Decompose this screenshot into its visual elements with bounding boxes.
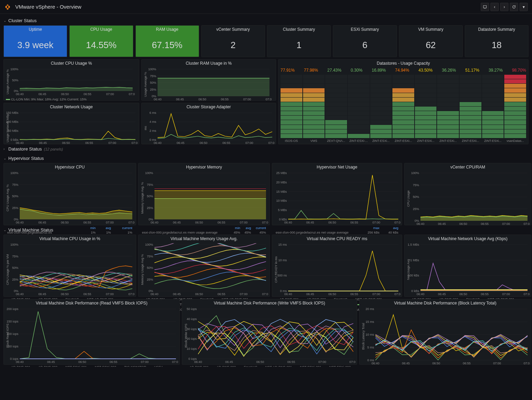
svg-text:06:50: 06:50: [195, 221, 203, 224]
svg-text:07:00: 07:00: [106, 221, 114, 224]
nav-next-icon[interactable]: ›: [500, 3, 508, 11]
svg-text:10 MBs: 10 MBs: [276, 199, 287, 202]
svg-text:40 iops: 40 iops: [187, 317, 197, 321]
stat-panel[interactable]: Uptime3.9 week: [3, 25, 67, 57]
panel-vm-ready[interactable]: Virtual Machine CPU READY ms 0 ms500 ns1…: [272, 235, 402, 297]
panel-disk-write[interactable]: Virtual Machine Disk Performance (Write …: [182, 299, 357, 365]
stat-panel[interactable]: Datastore Summary18: [465, 25, 529, 57]
svg-text:07:05: 07:05: [394, 221, 400, 224]
svg-text:06:50: 06:50: [328, 292, 336, 296]
svg-text:07:00: 07:00: [240, 221, 248, 224]
stat-value: 62: [426, 40, 436, 51]
header: VMware vSphere - Overview ‹ › ▾: [0, 0, 532, 14]
svg-text:4 ms: 4 ms: [149, 120, 156, 124]
svg-text:07:05: 07:05: [128, 292, 134, 296]
svg-text:06:45: 06:45: [438, 292, 446, 296]
svg-text:Usage Average %: Usage Average %: [6, 70, 9, 94]
panel-vm-cpu[interactable]: Virtual Machine CPU Usage in % 0%25%50%7…: [3, 235, 136, 297]
panel-vc-cpuram[interactable]: vCenter CPU/RAM 0%25%50%75%100%06:4006:4…: [404, 163, 531, 225]
panel-cluster-cpu[interactable]: Cluster CPU Usage % 0%50%100%06:4006:450…: [3, 59, 139, 101]
refresh-icon[interactable]: [510, 3, 518, 11]
stat-value: 14.55%: [86, 40, 116, 51]
svg-text:1 MBs: 1 MBs: [410, 258, 419, 262]
svg-text:07:00: 07:00: [493, 362, 501, 365]
cycle-view-icon[interactable]: [481, 3, 489, 11]
row-title: Hypervisor Status: [8, 156, 44, 161]
svg-text:200 iops: 200 iops: [7, 308, 19, 311]
svg-text:06:45: 06:45: [38, 221, 46, 224]
svg-text:CPU Usage % per VM: CPU Usage % per VM: [6, 254, 9, 285]
stat-panel[interactable]: RAM Usage67.15%: [135, 25, 199, 57]
svg-text:100%: 100%: [10, 68, 18, 71]
svg-text:25 MBs: 25 MBs: [276, 172, 287, 175]
refresh-dropdown-icon[interactable]: ▾: [520, 3, 528, 11]
svg-text:07:05: 07:05: [524, 362, 530, 365]
stat-panel[interactable]: CPU Usage14.55%: [69, 25, 133, 57]
svg-text:06:40: 06:40: [417, 292, 425, 296]
svg-text:06:40: 06:40: [154, 141, 162, 145]
svg-text:06:40: 06:40: [194, 360, 202, 364]
panel-disk-lat[interactable]: Virtual Machine Disk Performance (Block …: [359, 299, 531, 365]
svg-rect-0: [484, 6, 487, 8]
svg-text:06:40: 06:40: [284, 292, 292, 296]
panel-vm-mem[interactable]: Virtual Machine Memory Usage Avg. 0%25%5…: [138, 235, 270, 297]
stat-panel[interactable]: vCenter Summary2: [201, 25, 265, 57]
svg-text:06:50: 06:50: [200, 141, 207, 145]
svg-text:20 MBs: 20 MBs: [276, 181, 287, 184]
svg-text:07:00: 07:00: [141, 360, 149, 364]
svg-text:50%: 50%: [150, 81, 156, 84]
svg-text:100%: 100%: [145, 172, 153, 175]
svg-text:CPU Usage Avg. %: CPU Usage Avg. %: [6, 184, 9, 211]
panel-vm-net[interactable]: Virtual Machine Network Usage Avg (Kbps)…: [404, 235, 531, 297]
svg-text:07:00: 07:00: [106, 92, 114, 96]
row-datastore-status[interactable]: › Datastore Status (12 panels): [2, 144, 530, 154]
panel-hyp-cpu[interactable]: Hypervisor CPU 0%25%50%75%100%06:4006:45…: [3, 163, 136, 225]
panel-cluster-ram[interactable]: Cluster RAM Usage in % 0%25%50%75%100%06…: [141, 59, 276, 101]
svg-text:06:55: 06:55: [221, 98, 229, 101]
nav-prev-icon[interactable]: ‹: [490, 3, 499, 11]
svg-text:15 ms: 15 ms: [278, 243, 287, 246]
svg-text:25%: 25%: [150, 88, 156, 91]
panel-hyp-mem[interactable]: Hypervisor Memory 0%25%50%75%100%06:4006…: [138, 163, 270, 225]
svg-text:CPU READY in ms: CPU READY in ms: [274, 256, 278, 283]
row-hypervisor-status[interactable]: ⌄ Hypervisor Status: [2, 154, 530, 163]
svg-text:06:55: 06:55: [351, 292, 358, 296]
svg-text:06:45: 06:45: [39, 141, 47, 145]
stat-panel[interactable]: Cluster Summary1: [267, 25, 331, 57]
panel-cluster-storage[interactable]: Cluster Storage Adapter 0 ms2 ms4 ms6 ms…: [141, 103, 276, 144]
svg-text:06:40: 06:40: [16, 292, 24, 296]
stat-panel[interactable]: ESXi Summary6: [333, 25, 397, 57]
svg-text:100%: 100%: [10, 172, 18, 175]
svg-text:06:50: 06:50: [61, 92, 69, 96]
panel-cluster-net[interactable]: Cluster Network Usage 0 kBs50 MBs100 MBs…: [3, 103, 139, 144]
svg-text:06:45: 06:45: [177, 141, 185, 145]
panel-datastores-cap[interactable]: Datastores - Usage Capacity 77.91%77.98%…: [278, 59, 529, 144]
row-cluster-status[interactable]: ⌄ Cluster Status: [2, 16, 530, 25]
svg-text:07:00: 07:00: [243, 98, 251, 101]
panel-disk-read[interactable]: Virtual Machine Disk Performance (Read V…: [3, 299, 180, 365]
svg-text:07:05: 07:05: [349, 360, 355, 364]
svg-text:06:55: 06:55: [83, 92, 91, 96]
svg-text:10 ms: 10 ms: [365, 333, 374, 336]
panel-hyp-net[interactable]: Hypervisor Net Usage 0 kBs5 MBs10 MBs15 …: [272, 163, 402, 225]
svg-text:06:50: 06:50: [432, 362, 440, 365]
svg-text:06:45: 06:45: [173, 292, 181, 296]
svg-text:06:40: 06:40: [154, 98, 162, 101]
svg-text:Block Write IOPS: Block Write IOPS: [184, 324, 188, 347]
svg-text:Usage Average %: Usage Average %: [144, 72, 147, 97]
svg-text:25%: 25%: [413, 207, 419, 211]
svg-text:50%: 50%: [12, 266, 18, 270]
svg-text:25%: 25%: [147, 278, 153, 281]
svg-text:06:40: 06:40: [151, 221, 159, 224]
svg-text:25%: 25%: [12, 278, 18, 281]
stat-panel[interactable]: VM Summary62: [399, 25, 463, 57]
chevron-right-icon: ›: [3, 147, 7, 151]
svg-text:ms: ms: [144, 126, 147, 130]
svg-text:07:00: 07:00: [372, 221, 380, 224]
svg-text:07:00: 07:00: [106, 292, 114, 296]
svg-text:75%: 75%: [147, 183, 153, 187]
grafana-logo-icon[interactable]: [4, 3, 11, 10]
svg-text:06:55: 06:55: [218, 221, 225, 224]
svg-text:07:00: 07:00: [108, 141, 116, 145]
svg-text:Memory Usage Avg %: Memory Usage Avg %: [141, 254, 144, 285]
